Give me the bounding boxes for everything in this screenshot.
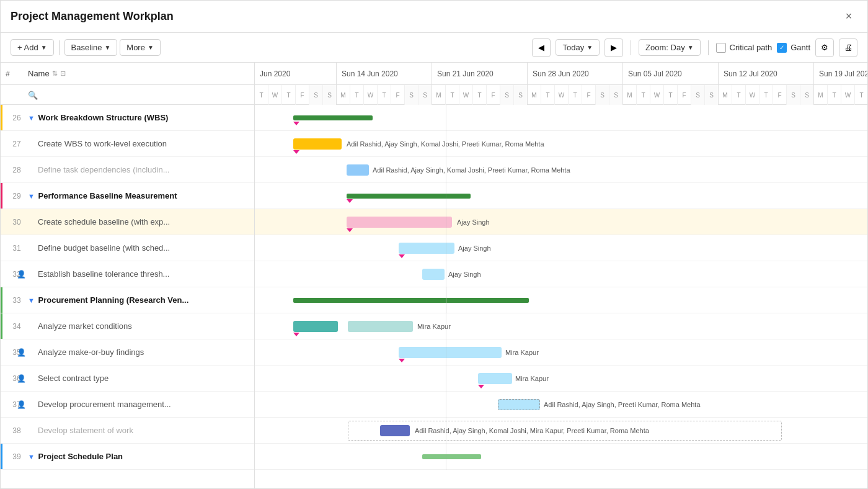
row-label: Establish baseline tolerance thresh... — [28, 269, 249, 279]
day-label: F — [773, 85, 787, 105]
gantt-bar — [293, 138, 342, 150]
day-label: T — [637, 85, 650, 105]
row-label: Analyze make-or-buy findings — [28, 348, 249, 357]
row-label: ▼ Procurement Planning (Research Ven... — [28, 295, 249, 305]
toolbar-right: ◀ Today ▼ ▶ Zoom: Day ▼ Critical path ✓ … — [532, 38, 857, 57]
row-color-bar — [1, 287, 2, 313]
gantt-panel[interactable]: Jun 2020 Sun 14 Jun 2020 Sun 21 Jun 2020… — [255, 63, 867, 489]
day-label: S — [800, 85, 814, 105]
table-header: # Name ⇅ ⊡ — [1, 63, 254, 85]
sort-icon[interactable]: ⇅ — [52, 70, 58, 78]
toolbar: + Add ▼ Baseline ▼ More ▼ ◀ Today ▼ ▶ — [1, 33, 867, 63]
day-label: T — [378, 85, 391, 105]
left-panel: # Name ⇅ ⊡ 🔍 26 — [1, 63, 255, 489]
arrow-down-icon — [399, 359, 405, 362]
next-button[interactable]: ▶ — [604, 38, 623, 57]
today-label: Today — [562, 43, 584, 52]
gantt-row-37: Adil Rashid, Ajay Singh, Preeti Kumar, R… — [255, 392, 867, 418]
day-label: T — [541, 85, 555, 105]
search-input[interactable] — [28, 90, 249, 99]
row-number: 30 — [6, 218, 28, 227]
more-button[interactable]: More ▼ — [120, 39, 161, 56]
search-row: 🔍 — [1, 85, 254, 105]
today-button[interactable]: Today ▼ — [556, 39, 600, 56]
day-label: F — [296, 85, 309, 105]
settings-button[interactable]: ⚙ — [815, 38, 834, 57]
day-label: T — [732, 85, 746, 105]
critical-path-toggle[interactable]: Critical path — [716, 43, 773, 53]
day-label: T — [255, 85, 268, 105]
task-row: 👤 35 Analyze make-or-buy findings — [1, 339, 254, 366]
day-label: W — [459, 85, 473, 105]
day-label: W — [841, 85, 855, 105]
toolbar-separator-2 — [631, 40, 631, 55]
row-label: Analyze market conditions — [28, 321, 249, 331]
app-title: Project Management Workplan — [11, 10, 174, 23]
day-label: S — [609, 85, 623, 105]
gantt-checkbox[interactable]: ✓ — [777, 43, 787, 53]
add-button[interactable]: + Add ▼ — [11, 39, 54, 56]
settings-icon: ⚙ — [821, 43, 828, 52]
today-chevron-icon: ▼ — [587, 44, 593, 51]
toolbar-separator-3 — [708, 40, 709, 55]
close-button[interactable]: × — [840, 8, 857, 25]
day-label: S — [323, 85, 337, 105]
task-row: 33 ▼ Procurement Planning (Research Ven.… — [1, 287, 254, 313]
gantt-bar-label: Adil Rashid, Ajay Singh, Komal Joshi, Pr… — [347, 140, 544, 148]
timeline-weeks-row: Jun 2020 Sun 14 Jun 2020 Sun 21 Jun 2020… — [255, 63, 867, 85]
day-label: S — [418, 85, 432, 105]
day-label: W — [746, 85, 760, 105]
gantt-bar-group — [347, 194, 471, 199]
gantt-bar-label: Adil Rashid, Ajay Singh, Preeti Kumar, R… — [544, 401, 701, 408]
arrow-down-icon — [478, 385, 484, 388]
day-label: S — [596, 85, 609, 105]
row-number: 38 — [6, 426, 28, 435]
day-label: F — [582, 85, 596, 105]
gantt-bar-label: Mira Kapur — [515, 375, 549, 382]
name-col-header: Name ⇅ ⊡ — [28, 69, 249, 78]
day-label: T — [446, 85, 459, 105]
task-row: 27 Create WBS to work-level execution — [1, 131, 254, 157]
gantt-row-39 — [255, 444, 867, 470]
task-row: 38 Develop statement of work — [1, 418, 254, 444]
baseline-chevron-icon: ▼ — [104, 44, 110, 51]
expand-icon[interactable]: ▼ — [28, 192, 35, 200]
task-row: 👤 32 Establish baseline tolerance thresh… — [1, 261, 254, 287]
arrow-down-icon — [293, 333, 299, 336]
prev-button[interactable]: ◀ — [532, 38, 551, 57]
task-list: 26 ▼ Work Breakdown Structure (WBS) 27 C… — [1, 105, 254, 489]
gantt-toggle[interactable]: ✓ Gantt — [777, 43, 810, 53]
print-button[interactable]: 🖨 — [839, 38, 857, 57]
day-label: T — [350, 85, 364, 105]
app-container: Project Management Workplan × + Add ▼ Ba… — [0, 0, 868, 489]
week-label: Sun 05 Jul 2020 — [623, 63, 719, 84]
task-row: 26 ▼ Work Breakdown Structure (WBS) — [1, 105, 254, 131]
gantt-bar — [347, 164, 369, 176]
row-number: 29 — [6, 192, 28, 200]
expand-icon[interactable]: ▼ — [28, 453, 35, 460]
grid-vertical-line — [446, 287, 446, 313]
zoom-select[interactable]: Zoom: Day ▼ — [639, 39, 700, 56]
day-label: S — [787, 85, 800, 105]
day-label: W — [268, 85, 282, 105]
gantt-rows-container: Adil Rashid, Ajay Singh, Komal Joshi, Pr… — [255, 105, 867, 470]
baseline-button[interactable]: Baseline ▼ — [64, 39, 118, 56]
gantt-bar — [399, 243, 454, 254]
row-label: ▼ Project Schedule Plan — [28, 452, 249, 461]
row-label: Create WBS to work-level execution — [28, 139, 249, 148]
task-row: 👤 36 Select contract type — [1, 366, 254, 392]
day-label: T — [855, 85, 867, 105]
gantt-bar-label: Mira Kapur — [505, 349, 539, 356]
expand-icon[interactable]: ▼ — [28, 297, 35, 304]
expand-icon[interactable]: ▼ — [28, 114, 35, 122]
prev-icon: ◀ — [538, 43, 544, 52]
day-label: M — [528, 85, 541, 105]
gantt-label: Gantt — [790, 43, 810, 52]
critical-path-checkbox[interactable] — [716, 43, 726, 53]
week-label: Sun 19 Jul 2020 — [814, 63, 867, 84]
day-label: M — [814, 85, 828, 105]
gantt-row-27: Adil Rashid, Ajay Singh, Komal Joshi, Pr… — [255, 131, 867, 157]
baseline-label: Baseline — [71, 43, 102, 52]
expand-col-icon[interactable]: ⊡ — [60, 70, 66, 78]
day-label: T — [664, 85, 678, 105]
